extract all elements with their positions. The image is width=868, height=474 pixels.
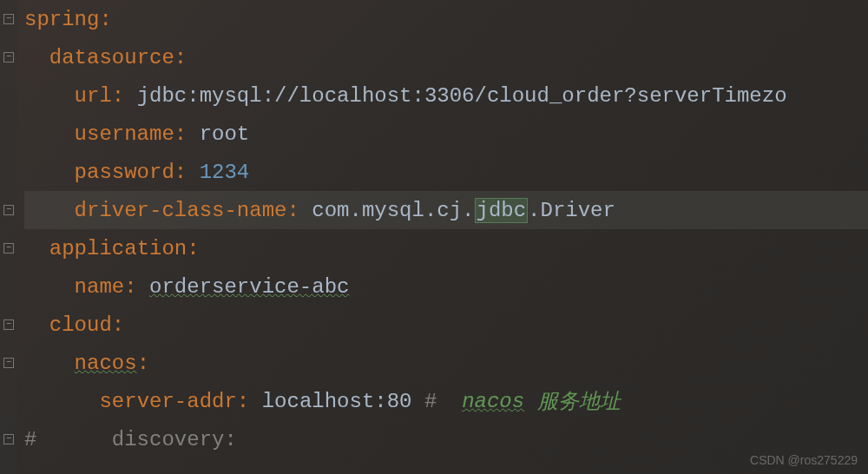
code-token: url — [75, 84, 112, 108]
code-token: : — [286, 199, 312, 222]
code-token: jdbc:mysql://localhost:3306/cloud_order?… — [137, 84, 787, 108]
code-line[interactable]: username: root — [24, 115, 868, 153]
code-token: com.mysql.cj. — [312, 199, 474, 222]
code-token: : — [174, 122, 200, 146]
indent — [24, 161, 75, 184]
code-token: 1234 — [200, 161, 250, 184]
code-token: # — [424, 390, 462, 413]
code-line[interactable]: server-addr: localhost:80 # nacos 服务地址 — [24, 382, 868, 420]
code-line[interactable]: application: — [24, 229, 868, 267]
code-token: : — [112, 84, 137, 108]
code-token: nacos — [462, 390, 524, 413]
code-token: : — [99, 8, 111, 31]
code-token: .Driver — [528, 199, 615, 222]
indent — [24, 313, 49, 337]
fold-minus-icon: − — [3, 434, 14, 444]
code-line[interactable]: spring: — [24, 0, 868, 38]
code-line[interactable]: name: orderservice-abc — [24, 267, 868, 306]
code-line[interactable]: # discovery: — [24, 420, 868, 458]
indent — [24, 46, 49, 69]
fold-marker[interactable]: − — [0, 344, 17, 382]
code-token: : — [124, 275, 149, 299]
indent — [24, 352, 75, 375]
code-token: password — [75, 161, 174, 184]
code-line[interactable]: datasource: — [24, 38, 868, 76]
code-token: name — [75, 275, 125, 299]
code-line[interactable]: password: 1234 — [24, 153, 868, 191]
code-token: driver-class-name — [75, 199, 287, 222]
fold-minus-icon: − — [3, 358, 14, 368]
fold-marker[interactable]: − — [0, 0, 17, 38]
code-token: : — [174, 161, 200, 184]
fold-marker[interactable]: − — [0, 420, 17, 458]
fold-marker[interactable]: − — [0, 38, 17, 76]
code-token: : — [137, 352, 149, 375]
fold-marker[interactable]: − — [0, 306, 17, 344]
code-token: jdbc — [475, 198, 529, 223]
code-token: datasource — [49, 46, 174, 69]
code-token: localhost:80 — [262, 390, 424, 413]
code-token: : — [187, 237, 199, 260]
fold-marker[interactable]: − — [0, 229, 17, 267]
fold-minus-icon: − — [3, 52, 14, 63]
fold-marker — [0, 382, 17, 420]
code-area[interactable]: spring: datasource: url: jdbc:mysql://lo… — [17, 0, 868, 474]
code-token: username — [75, 122, 174, 146]
code-token: : — [174, 46, 187, 69]
indent — [24, 390, 99, 413]
fold-marker — [0, 153, 17, 191]
code-token: : — [237, 390, 262, 413]
code-line[interactable]: nacos: — [24, 344, 868, 382]
code-token: server-addr — [99, 390, 236, 413]
fold-marker — [0, 115, 17, 153]
code-token: application — [49, 237, 187, 260]
watermark: CSDN @ros275229 — [750, 453, 858, 467]
code-line[interactable]: cloud: — [24, 306, 868, 344]
fold-marker[interactable]: − — [0, 191, 17, 229]
code-token: nacos — [75, 352, 137, 375]
fold-minus-icon: − — [3, 243, 14, 253]
indent — [24, 199, 75, 222]
indent — [24, 237, 49, 260]
fold-gutter: −−−−−−− — [0, 0, 17, 474]
fold-minus-icon: − — [3, 14, 14, 24]
code-token: spring — [24, 8, 99, 31]
fold-minus-icon: − — [3, 205, 14, 215]
code-token: # discovery: — [24, 428, 237, 451]
fold-marker — [0, 267, 17, 306]
fold-marker — [0, 76, 17, 115]
code-line[interactable]: driver-class-name: com.mysql.cj.jdbc.Dri… — [24, 191, 868, 229]
code-token: root — [200, 122, 250, 146]
indent — [24, 84, 75, 108]
fold-minus-icon: − — [3, 319, 14, 330]
code-editor: −−−−−−− spring: datasource: url: jdbc:my… — [0, 0, 868, 474]
code-token: 服务地址 — [524, 387, 620, 415]
code-token: : — [112, 313, 124, 337]
code-line[interactable]: url: jdbc:mysql://localhost:3306/cloud_o… — [24, 76, 868, 115]
indent — [24, 275, 75, 299]
code-token: orderservice-abc — [149, 275, 349, 299]
indent — [24, 122, 75, 146]
code-token: cloud — [49, 313, 112, 337]
